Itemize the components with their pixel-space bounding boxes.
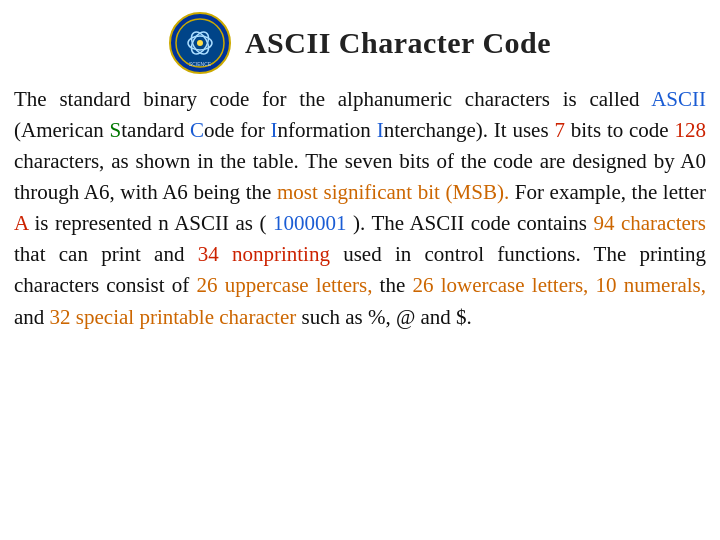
text-94: 94 characters: [593, 211, 706, 235]
text-ascii: ASCII: [651, 87, 706, 111]
text-nterchange: nterchange). It uses: [384, 118, 555, 142]
text-nonprinting: nonprinting: [232, 242, 330, 266]
text-standard: S: [110, 118, 122, 142]
text-binary: 1000001: [273, 211, 347, 235]
text-printable: printable character: [139, 305, 296, 329]
text-that-print: that can print and: [14, 242, 198, 266]
text-inter-i: I: [377, 118, 384, 142]
main-content: The standard binary code for the alphanu…: [14, 84, 706, 333]
page: SCIENCE ASCII Character Code The standar…: [0, 0, 720, 540]
text-bits-to: bits to code: [565, 118, 675, 142]
svg-point-5: [197, 40, 203, 46]
text-34: 34: [198, 242, 219, 266]
text-tandard: tandard: [121, 118, 190, 142]
text-the-3: the: [372, 273, 412, 297]
text-nformation: nformation: [278, 118, 377, 142]
text-for-example: For example, the letter: [509, 180, 706, 204]
text-and: and: [14, 305, 50, 329]
text-26-upper: 26 uppercase letters,: [197, 273, 373, 297]
text-26-lower: 26 lowercase letters,: [412, 273, 588, 297]
text-space-10: [588, 273, 595, 297]
text-10-numerals: 10 numerals,: [596, 273, 706, 297]
text-code-c: C: [190, 118, 204, 142]
header: SCIENCE ASCII Character Code: [14, 12, 706, 74]
text-32-special: 32 special: [50, 305, 135, 329]
text-info-i: I: [271, 118, 278, 142]
text-the: The standard binary code for the alphanu…: [14, 87, 651, 111]
text-paren-open: (American: [14, 118, 110, 142]
text-newline: [219, 242, 232, 266]
logo-icon: SCIENCE: [169, 12, 231, 74]
text-ode-for: ode for: [204, 118, 270, 142]
text-letter-a: A: [14, 211, 28, 235]
text-the-2: the: [246, 180, 277, 204]
text-is-repr: is represented n ASCII as (: [28, 211, 273, 235]
text-128: 128: [674, 118, 706, 142]
text-7: 7: [554, 118, 565, 142]
text-msb: most significant bit (MSB).: [277, 180, 509, 204]
text-such-as: such as %, @ and $.: [296, 305, 472, 329]
svg-text:SCIENCE: SCIENCE: [189, 61, 212, 67]
text-paren-close: ). The ASCII code contains: [347, 211, 594, 235]
page-title: ASCII Character Code: [245, 26, 551, 60]
